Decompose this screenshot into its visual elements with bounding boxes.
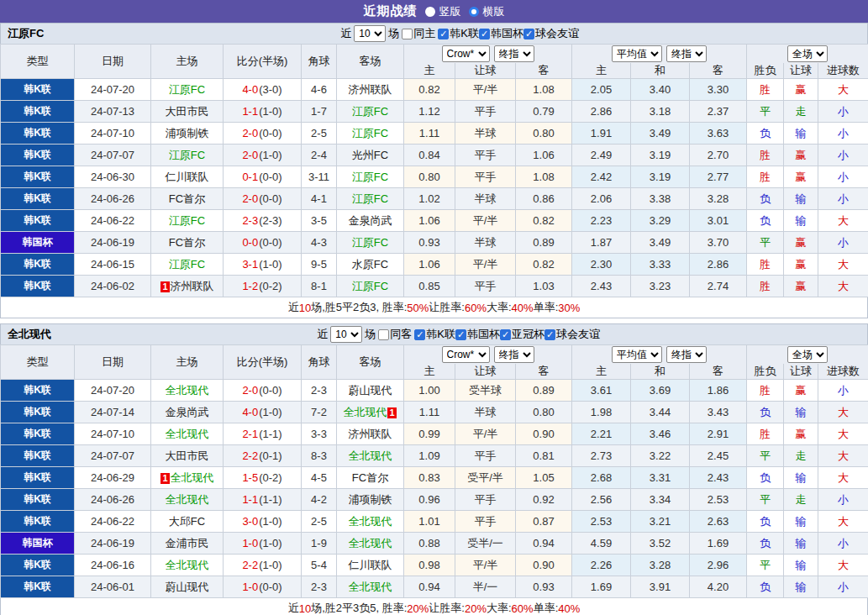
checkbox-icon[interactable]: [455, 329, 466, 340]
team-name-link[interactable]: 金泉尚武: [166, 406, 209, 418]
checkbox-icon[interactable]: [523, 29, 534, 39]
league-filter-checkbox[interactable]: 韩国杯: [455, 327, 500, 342]
team-name-link[interactable]: 江原FC: [169, 214, 205, 227]
checkbox-icon[interactable]: [414, 329, 425, 340]
team-name-link[interactable]: 全北现代: [171, 471, 214, 484]
team-name-link[interactable]: 江原FC: [169, 258, 205, 271]
team-name-link[interactable]: 济州联队: [171, 280, 214, 292]
team-name-link[interactable]: 光州FC: [352, 149, 388, 161]
team-name-link[interactable]: 江原FC: [352, 236, 388, 249]
avg-time-select[interactable]: 终指: [666, 45, 707, 62]
team-name-link[interactable]: FC首尔: [169, 192, 205, 205]
goals-result-cell: 小: [818, 145, 868, 166]
fulltime-score: 2-0: [242, 192, 258, 205]
team-name-link[interactable]: 江原FC: [352, 105, 388, 118]
team-name-link[interactable]: 大邱FC: [169, 515, 205, 528]
handicap-result-cell: 赢: [784, 166, 818, 188]
team-name-link[interactable]: 江原FC: [352, 280, 388, 292]
same-venue-checkbox[interactable]: 同主: [402, 26, 435, 41]
team-name-link[interactable]: 水原FC: [352, 258, 388, 271]
team-name-link[interactable]: 全北现代: [166, 559, 209, 571]
sub-goals: 进球数: [818, 63, 868, 79]
avg-draw-cell: 3.33: [631, 254, 690, 276]
avg-source-select[interactable]: 平均值: [612, 45, 662, 62]
games-count-select[interactable]: 10: [354, 25, 386, 42]
radio-vertical-icon[interactable]: [425, 7, 435, 17]
avg-source-select[interactable]: 平均值: [612, 346, 662, 363]
fulltime-score: 1-1: [242, 493, 258, 506]
team-name-link[interactable]: 大田市民: [166, 449, 209, 462]
team-name-link[interactable]: 全北现代: [349, 515, 392, 528]
team-name-link[interactable]: 江原FC: [352, 127, 388, 139]
team-name-link[interactable]: 蔚山现代: [166, 581, 209, 593]
team-name-link[interactable]: 金泉尚武: [349, 214, 392, 227]
odds-time-select[interactable]: 终指: [494, 346, 534, 363]
summary-segment: 让胜率:: [429, 300, 465, 315]
team-name-link[interactable]: 全北现代: [166, 384, 209, 397]
odds-source-select[interactable]: Crow*: [442, 346, 490, 363]
avg-draw-cell: 3.34: [631, 489, 690, 511]
corners-cell: 2-3: [302, 576, 337, 598]
halftime-score: (1-0): [259, 406, 281, 418]
halftime-score: (0-2): [259, 280, 281, 292]
team-name-link[interactable]: FC首尔: [169, 236, 205, 249]
scope-select[interactable]: 全场: [787, 346, 828, 363]
layout-radio-horizontal[interactable]: 横版: [469, 4, 505, 19]
odds-time-select[interactable]: 终指: [494, 45, 534, 62]
match-row: 韩K联24-06-26FC首尔2-0(0-0)4-1江原FC1.02半球0.86…: [1, 188, 868, 210]
checkbox-icon[interactable]: [378, 329, 389, 340]
handicap-result-cell: 赢: [784, 380, 818, 402]
odds-source-select[interactable]: Crow*: [442, 45, 490, 62]
odds-group-header: Crow* 终指: [404, 345, 572, 364]
date-cell: 24-06-02: [75, 276, 151, 297]
away-team-cell: FC首尔: [337, 467, 404, 489]
team-name-link[interactable]: 济州联队: [349, 83, 392, 96]
team-name-link[interactable]: 仁川联队: [166, 171, 209, 183]
team-name-link[interactable]: 全北现代: [349, 581, 392, 593]
checkbox-icon[interactable]: [479, 29, 490, 39]
checkbox-icon[interactable]: [402, 29, 413, 39]
team-name-link[interactable]: 济州联队: [349, 428, 392, 440]
team-name-link[interactable]: 江原FC: [169, 83, 205, 96]
team-name-link[interactable]: 江原FC: [169, 149, 205, 161]
games-count-select[interactable]: 10: [330, 326, 362, 343]
league-filter-checkbox[interactable]: 韩国杯: [479, 26, 523, 41]
team-name-link[interactable]: 金浦市民: [166, 537, 209, 549]
team-name-link[interactable]: 江原FC: [352, 171, 388, 183]
team-name-link[interactable]: 全北现代: [166, 493, 209, 506]
goals-result-cell: 小: [818, 380, 868, 402]
team-name-link[interactable]: 仁川联队: [349, 559, 392, 571]
team-name-link[interactable]: 全北现代: [349, 449, 392, 462]
team-name-link[interactable]: FC首尔: [352, 471, 388, 484]
layout-radio-vertical[interactable]: 竖版: [425, 4, 461, 19]
team-name-link[interactable]: 浦项制铁: [166, 127, 209, 139]
scope-select[interactable]: 全场: [787, 45, 828, 62]
league-filter-checkbox[interactable]: 韩K联: [438, 26, 479, 41]
league-filter-checkbox[interactable]: 亚冠杯: [500, 327, 544, 342]
match-row: 韩K联24-06-021济州联队1-2(0-2)8-1江原FC0.85平手1.0…: [1, 276, 868, 297]
radio-horizontal-icon[interactable]: [469, 7, 479, 17]
team-name-link[interactable]: 全北现代: [349, 537, 392, 549]
checkbox-icon[interactable]: [544, 329, 555, 340]
team-name-link[interactable]: 全北现代: [343, 406, 387, 418]
away-team-cell: 江原FC: [337, 101, 404, 123]
team-name-link[interactable]: 大田市民: [166, 105, 209, 118]
checkbox-icon[interactable]: [438, 29, 449, 39]
halftime-score: (0-0): [259, 236, 281, 249]
league-filter-checkbox[interactable]: 球会友谊: [544, 327, 600, 342]
home-team-cell: 金浦市民: [151, 533, 224, 555]
avg-time-select[interactable]: 终指: [666, 346, 707, 363]
team-name-link[interactable]: 江原FC: [352, 192, 388, 205]
section-summary: 近10场,胜2平3负5, 胜率:20% 让胜率:20% 大率:60% 单率:40…: [0, 598, 868, 615]
team-name-link[interactable]: 全北现代: [166, 428, 209, 440]
score-cell: 2-1(1-1): [224, 423, 302, 445]
league-filter-checkbox[interactable]: 韩K联: [414, 327, 455, 342]
same-venue-checkbox[interactable]: 同客: [378, 327, 412, 342]
team-name-link[interactable]: 蔚山现代: [349, 384, 392, 397]
avg-draw-cell: 3.23: [631, 276, 690, 297]
league-filter-checkbox[interactable]: 球会友谊: [523, 26, 579, 41]
fulltime-score: 1-0: [242, 581, 258, 593]
checkbox-icon[interactable]: [500, 329, 511, 340]
team-name-link[interactable]: 浦项制铁: [349, 493, 392, 506]
corners-cell: 9-5: [302, 254, 337, 276]
